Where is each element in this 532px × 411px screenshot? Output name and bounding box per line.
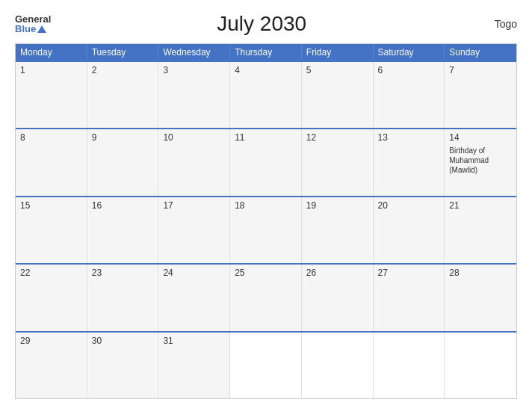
header-wednesday: Wednesday	[158, 44, 230, 61]
header-friday: Friday	[302, 44, 374, 61]
cell-2-1: 8	[16, 129, 87, 195]
cell-1-2: 2	[87, 62, 159, 128]
cell-5-5	[302, 333, 374, 398]
cell-5-6	[374, 333, 445, 398]
cell-5-1: 29	[16, 333, 87, 398]
cell-2-6: 13	[374, 129, 445, 195]
cell-2-4: 11	[230, 129, 302, 195]
cell-3-3: 17	[158, 197, 230, 263]
week-1: 1 2 3 4 5 6 7	[16, 61, 516, 128]
cell-5-3: 31	[158, 333, 230, 398]
page: General Blue July 2030 Togo Monday Tuesd…	[0, 0, 532, 411]
header-thursday: Thursday	[230, 44, 302, 61]
cell-4-3: 24	[158, 265, 230, 330]
cell-1-5: 5	[302, 62, 374, 128]
cell-1-1: 1	[16, 62, 87, 128]
cell-4-6: 27	[374, 265, 445, 330]
cell-2-2: 9	[87, 129, 159, 195]
logo: General Blue	[15, 14, 51, 34]
cell-3-4: 18	[230, 197, 302, 263]
week-5: 29 30 31	[16, 331, 516, 398]
cell-3-6: 20	[374, 197, 445, 263]
calendar-title: July 2030	[51, 12, 472, 36]
week-2: 8 9 10 11 12 13 14 Birthday of Muhammad …	[16, 128, 516, 195]
cell-3-1: 15	[16, 197, 87, 263]
cell-5-7	[445, 333, 516, 398]
cell-1-6: 6	[374, 62, 445, 128]
header-saturday: Saturday	[374, 44, 445, 61]
cell-4-4: 25	[230, 265, 302, 330]
country-label: Togo	[472, 18, 517, 30]
cell-1-7: 7	[445, 62, 516, 128]
birthday-muhammad-event: Birthday of Muhammad (Mawlid)	[449, 146, 512, 175]
cell-1-4: 4	[230, 62, 302, 128]
cell-2-7: 14 Birthday of Muhammad (Mawlid)	[445, 129, 516, 195]
cell-3-7: 21	[445, 197, 516, 263]
header-sunday: Sunday	[445, 44, 516, 61]
week-3: 15 16 17 18 19 20 21	[16, 196, 516, 263]
week-4: 22 23 24 25 26 27 28	[16, 263, 516, 330]
logo-triangle-icon	[37, 25, 46, 33]
cell-4-1: 22	[16, 265, 87, 330]
cell-4-7: 28	[445, 265, 516, 330]
cell-4-2: 23	[87, 265, 159, 330]
calendar: Monday Tuesday Wednesday Thursday Friday…	[15, 43, 517, 399]
calendar-body: 1 2 3 4 5 6 7 8 9 10 11 12 13 14 Birthda…	[16, 61, 516, 398]
cell-3-5: 19	[302, 197, 374, 263]
cell-3-2: 16	[87, 197, 159, 263]
calendar-header: Monday Tuesday Wednesday Thursday Friday…	[16, 44, 516, 61]
header-tuesday: Tuesday	[87, 44, 159, 61]
header: General Blue July 2030 Togo	[15, 12, 517, 36]
cell-2-5: 12	[302, 129, 374, 195]
header-monday: Monday	[16, 44, 87, 61]
cell-2-3: 10	[158, 129, 230, 195]
cell-5-2: 30	[87, 333, 159, 398]
cell-5-4	[230, 333, 302, 398]
logo-blue-text: Blue	[15, 24, 36, 34]
cell-4-5: 26	[302, 265, 374, 330]
cell-1-3: 3	[158, 62, 230, 128]
